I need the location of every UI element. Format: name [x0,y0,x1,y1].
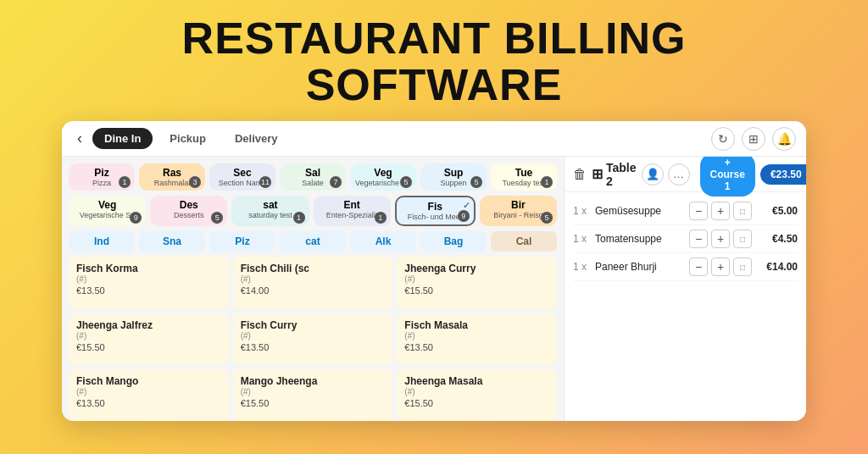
cat-piz[interactable]: Piz Pizza 1 [69,163,135,191]
item-options-icon[interactable]: □ [733,257,752,276]
order-row: 1 x Paneer Bhurji − + □ €14.00 [573,253,798,281]
cat-ras[interactable]: Ras Rashmalai 3 [139,163,205,191]
cat-sup[interactable]: Sup Suppen 5 [420,163,487,191]
main-area: Piz Pizza 1 Ras Rashmalai 3 Sec Section … [62,157,806,421]
item-jheenga-curry[interactable]: Jheenga Curry (#) €15.50 [397,257,557,308]
cat-veg[interactable]: Veg Vegetarische Ro 5 [350,163,416,191]
decrease-qty-button[interactable]: − [689,230,708,248]
item-jheenga-jalfrez[interactable]: Jheenga Jalfrez (#) €15.50 [69,313,229,365]
chevron-icon: ∧ [805,169,806,180]
add-course-button[interactable]: + Course 1 [700,157,755,197]
cat-veg2[interactable]: Veg Vegetarische Sp 9 [69,196,146,226]
items-grid: Fisch Korma (#) €13.50 Fisch Chili (sc (… [69,257,557,421]
item-fisch-korma[interactable]: Fisch Korma (#) €13.50 [69,257,229,308]
hero-title: RESTAURANT BILLING SOFTWARE [182,15,687,108]
order-name: Paneer Bhurji [595,261,686,273]
order-row: 1 x Tomatensuppe − + □ €4.50 [573,225,798,253]
cat-ent[interactable]: Ent Enten-Spezialit 1 [314,196,391,226]
order-items-list: 1 x Gemüsesuppe − + □ €5.00 1 x Tomatens… [565,192,806,421]
cat-des[interactable]: Des Desserts 5 [150,196,227,226]
subcat-piz[interactable]: Piz [209,231,275,252]
cat-bir[interactable]: Bir Biryani - Reisg 5 [480,196,557,226]
decrease-qty-button[interactable]: − [689,202,708,220]
increase-qty-button[interactable]: + [711,257,730,276]
app-window: ‹ Dine In Pickup Delivery ↻ ⊞ 🔔 Piz Pizz… [62,121,806,421]
category-row-2: Veg Vegetarische Sp 9 Des Desserts 5 sat… [69,196,557,226]
subcat-cal[interactable]: Cal [491,231,557,252]
avatar-icon[interactable]: 👤 [642,163,664,185]
decrease-qty-button[interactable]: − [689,257,708,276]
increase-qty-button[interactable]: + [711,202,730,220]
order-qty: 1 x [573,233,592,245]
title-line1: RESTAURANT BILLING [182,14,687,63]
tab-pickup[interactable]: Pickup [158,128,218,149]
table-name: Table 2 [606,161,637,188]
total-amount: €23.50 [771,169,802,180]
subcat-alk[interactable]: Alk [350,231,416,252]
order-price: €5.00 [755,205,798,217]
title-line2: SOFTWARE [306,60,563,109]
cat-fis[interactable]: Fis Fisch- und Meer ✓ 9 [395,196,476,226]
order-top-bar: 🗑 ⊞ Table 2 👤 … + Course 1 €23.50 ∧ [565,157,806,192]
order-name: Tomatensuppe [595,233,686,245]
order-name: Gemüsesuppe [595,205,686,217]
subcat-bag[interactable]: Bag [420,231,487,252]
cat-sal[interactable]: Sal Salate 7 [280,163,346,191]
order-qty: 1 x [573,205,592,217]
item-fisch-chili[interactable]: Fisch Chili (sc (#) €14.00 [233,257,393,308]
item-fisch-curry[interactable]: Fisch Curry (#) €13.50 [233,313,393,365]
item-fisch-mango[interactable]: Fisch Mango (#) €13.50 [69,369,229,421]
top-bar: ‹ Dine In Pickup Delivery ↻ ⊞ 🔔 [62,121,806,157]
order-price: €4.50 [755,233,798,245]
subcat-sna[interactable]: Sna [139,231,205,252]
item-options-icon[interactable]: □ [733,230,752,248]
order-row: 1 x Gemüsesuppe − + □ €5.00 [573,197,798,225]
dots-icon[interactable]: … [668,163,690,185]
grid-icon[interactable]: ⊞ [742,127,765,151]
subcat-cat[interactable]: cat [280,231,346,252]
subcat-ind[interactable]: Ind [69,231,135,252]
top-bar-icons: ↻ ⊞ 🔔 [711,127,796,151]
cat-tue[interactable]: Tue Tuesday test 1 [491,163,557,191]
order-panel: 🗑 ⊞ Table 2 👤 … + Course 1 €23.50 ∧ [564,157,806,421]
table-grid-icon: ⊞ [592,166,603,182]
item-jheenga-masala[interactable]: Jheenga Masala (#) €15.50 [397,369,557,421]
bell-icon[interactable]: 🔔 [772,127,796,151]
tab-dine-in[interactable]: Dine In [92,128,153,149]
item-options-icon[interactable]: □ [733,202,752,220]
subcat-row: Ind Sna Piz cat Alk Bag Cal [69,231,557,252]
cat-sat[interactable]: sat saturday test 1 [231,196,309,226]
total-button[interactable]: €23.50 ∧ [760,164,806,185]
category-row-1: Piz Pizza 1 Ras Rashmalai 3 Sec Section … [69,163,557,191]
item-fisch-masala[interactable]: Fisch Masala (#) €13.50 [397,313,557,365]
cat-sec[interactable]: Sec Section Name 11 [209,163,275,191]
item-mango-jheenga[interactable]: Mango Jheenga (#) €15.50 [233,369,393,421]
order-qty: 1 x [573,261,592,273]
order-action-icons: 👤 … [642,163,690,185]
table-label: ⊞ Table 2 [592,161,637,188]
back-button[interactable]: ‹ [72,128,87,149]
refresh-icon[interactable]: ↻ [711,127,735,151]
menu-panel: Piz Pizza 1 Ras Rashmalai 3 Sec Section … [62,157,564,421]
order-price: €14.00 [755,261,798,273]
trash-icon[interactable]: 🗑 [573,167,587,182]
increase-qty-button[interactable]: + [711,230,730,248]
tab-delivery[interactable]: Delivery [223,128,290,149]
